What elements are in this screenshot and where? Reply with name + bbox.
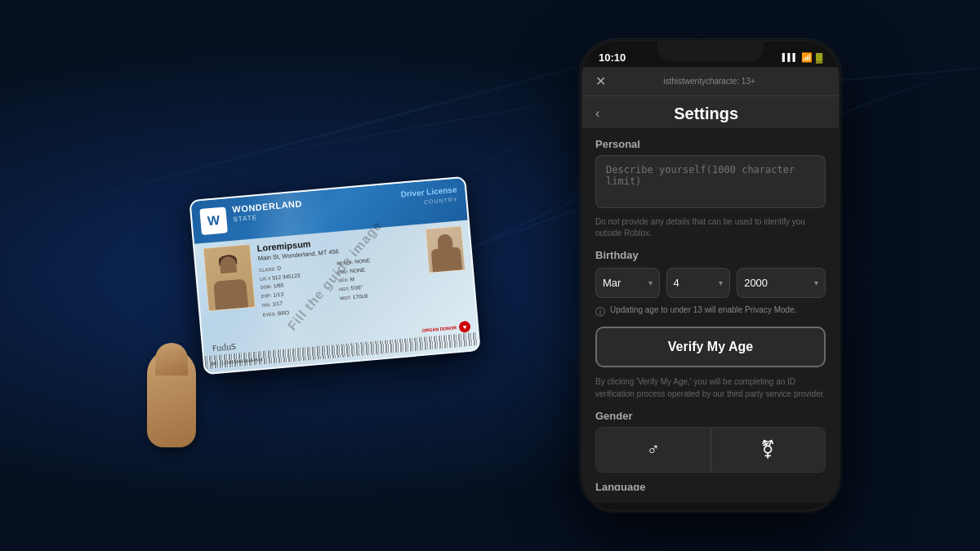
gender-male-option[interactable]: ♂ bbox=[596, 428, 711, 472]
gender-female-option[interactable]: ⚧ bbox=[711, 428, 826, 472]
wifi-icon: 📶 bbox=[801, 52, 813, 63]
battery-icon: ▓ bbox=[816, 52, 822, 62]
month-value: Mar bbox=[603, 277, 621, 289]
verify-age-button[interactable]: Verify My Age bbox=[595, 327, 826, 367]
back-button[interactable]: ‹ bbox=[595, 106, 599, 121]
year-value: 2000 bbox=[744, 277, 768, 289]
personal-description-input[interactable] bbox=[595, 155, 826, 208]
app-header: ✕ isthistwentycharacte: 13+ bbox=[582, 67, 839, 96]
card-photo bbox=[203, 244, 256, 312]
language-section-label: Language bbox=[595, 481, 826, 490]
female-icon: ⚧ bbox=[760, 439, 775, 460]
main-layout: W WONDERLAND STATE Driver License COUNTR… bbox=[0, 0, 980, 551]
person-body-shape bbox=[213, 279, 248, 310]
status-time: 10:10 bbox=[599, 51, 626, 64]
personal-helper-text: Do not provide any details that can be u… bbox=[595, 216, 826, 239]
card-photo-small bbox=[425, 225, 466, 273]
year-chevron-icon: ▾ bbox=[814, 278, 818, 287]
phone-section: 10:10 ▌▌▌ 📶 ▓ ✕ isthistwentycharacte: 13… bbox=[580, 39, 841, 513]
nav-bar: ‹ Settings bbox=[582, 96, 839, 128]
phone-notch bbox=[657, 42, 764, 61]
id-card: W WONDERLAND STATE Driver License COUNTR… bbox=[189, 176, 480, 375]
birthday-section-label: Birthday bbox=[595, 249, 826, 261]
gender-section-label: Gender bbox=[595, 410, 826, 422]
card-info: Loremipsum Main St, Wonderland, MT 456 C… bbox=[256, 230, 417, 318]
card-logo: W bbox=[199, 207, 228, 235]
id-card-section: W WONDERLAND STATE Driver License COUNTR… bbox=[139, 121, 531, 431]
gender-row: ♂ ⚧ bbox=[595, 427, 826, 473]
male-icon: ♂ bbox=[647, 439, 661, 460]
personal-section-label: Personal bbox=[595, 128, 826, 155]
verify-disclaimer: By clicking 'Verify My Age,' you will be… bbox=[595, 375, 826, 400]
settings-scroll[interactable]: Personal Do not provide any details that… bbox=[582, 128, 839, 491]
info-icon: ⓘ bbox=[595, 305, 605, 319]
organ-donor-icon: ♥ bbox=[459, 321, 471, 333]
privacy-mode-note: ⓘ Updating age to under 13 will enable P… bbox=[595, 304, 826, 319]
phone-device: 10:10 ▌▌▌ 📶 ▓ ✕ isthistwentycharacte: 13… bbox=[580, 39, 841, 513]
id-card-container: W WONDERLAND STATE Driver License COUNTR… bbox=[189, 176, 480, 375]
app-name: isthistwentycharacte: 13+ bbox=[663, 77, 755, 86]
day-chevron-icon: ▾ bbox=[719, 278, 723, 287]
card-barcode bbox=[204, 332, 479, 369]
close-button[interactable]: ✕ bbox=[595, 73, 606, 89]
year-select[interactable]: 2000 ▾ bbox=[737, 268, 826, 298]
day-value: 4 bbox=[674, 277, 679, 289]
status-icons: ▌▌▌ 📶 ▓ bbox=[782, 52, 822, 63]
screen-content: ✕ isthistwentycharacte: 13+ ‹ Settings P… bbox=[582, 67, 839, 503]
month-select[interactable]: Mar ▾ bbox=[595, 268, 660, 298]
card-signature: ꜰuduꜱ bbox=[212, 340, 237, 355]
month-chevron-icon: ▾ bbox=[648, 278, 653, 287]
day-select[interactable]: 4 ▾ bbox=[666, 268, 731, 298]
phone-screen: 10:10 ▌▌▌ 📶 ▓ ✕ isthistwentycharacte: 13… bbox=[582, 42, 839, 510]
birthday-row: Mar ▾ 4 ▾ 2000 ▾ bbox=[595, 268, 826, 298]
signal-icon: ▌▌▌ bbox=[782, 53, 798, 61]
page-title: Settings bbox=[609, 104, 803, 123]
person-head-shape bbox=[220, 256, 238, 274]
